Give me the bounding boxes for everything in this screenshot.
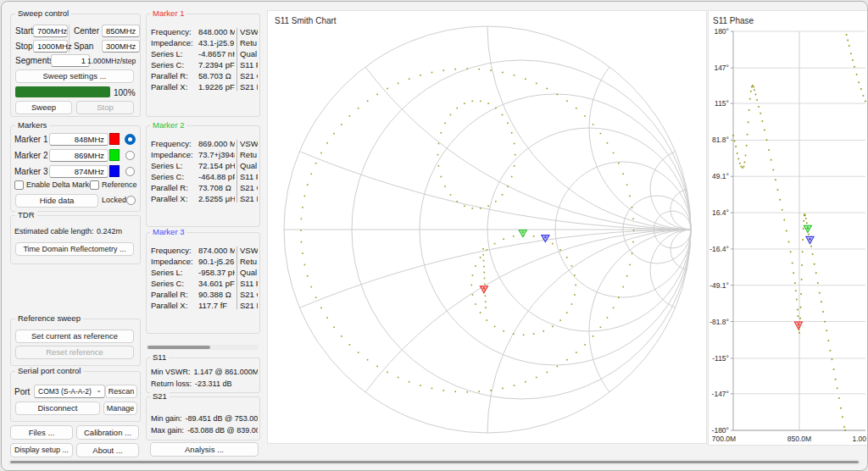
marker3-data-title: Marker 3: [150, 227, 186, 236]
marker1-freq-input[interactable]: 848MHz: [49, 133, 108, 146]
analysis-button[interactable]: Analysis ...: [150, 442, 259, 457]
marker3-select-radio[interactable]: [125, 167, 135, 176]
smith-chart-plot[interactable]: [268, 11, 706, 443]
segments-label: Segments: [15, 56, 53, 65]
progress-percent: 100%: [114, 88, 136, 97]
marker2-color-swatch[interactable]: [109, 149, 120, 161]
s21-min-gain-row: Min gain:-89.451 dB @ 753.000MHz: [151, 414, 258, 423]
markers-title: Markers: [15, 120, 49, 130]
chart-marker-dot: [521, 231, 524, 234]
marker-data-clipped-label: S21 G: [240, 71, 258, 82]
middle-scrollbar-thumb[interactable]: [147, 346, 210, 349]
screenshot-stage: Sweep control Start 700MHz Center 850MHz…: [0, 0, 868, 471]
calibration-button[interactable]: Calibration ...: [76, 425, 139, 440]
sweep-button[interactable]: Sweep: [15, 101, 72, 114]
s11-summary-title: S11: [150, 352, 169, 362]
reset-reference-button[interactable]: Reset reference: [15, 346, 134, 359]
about-button[interactable]: About ...: [76, 443, 139, 457]
hide-data-button[interactable]: Hide data: [15, 194, 98, 208]
s11-min-vswr-row: Min VSWR:1.147 @ 861.000MHz: [151, 368, 258, 376]
locked-radio[interactable]: [126, 196, 136, 205]
marker2-freq-input[interactable]: 869MHz: [49, 149, 108, 162]
marker3-data-divider: [236, 247, 237, 309]
segments-input[interactable]: 1: [51, 54, 90, 67]
reference-label: Reference: [102, 180, 137, 189]
phase-chart-plot[interactable]: 180°147°115°81.8°49.1°16.4°-16.4°-49.1°-…: [709, 11, 867, 445]
port-label: Port: [14, 387, 30, 396]
svg-text:700.0M: 700.0M: [712, 435, 736, 443]
locked-label: Locked: [102, 196, 126, 204]
start-input[interactable]: 700MHz: [33, 25, 68, 37]
marker-data-clipped-label: Retu: [240, 150, 257, 161]
chart-marker-dot: [798, 323, 800, 325]
disconnect-button[interactable]: Disconnect: [15, 402, 100, 415]
step-size-text: 1.000MHz/step: [87, 57, 136, 65]
reference-checkbox[interactable]: [90, 180, 99, 190]
phase-chart-panel[interactable]: S11 Phase 180°147°115°81.8°49.1°16.4°-16…: [708, 10, 868, 446]
marker1-data-divider: [236, 28, 237, 91]
svg-text:-115°: -115°: [712, 354, 729, 363]
marker3-color-swatch[interactable]: [109, 165, 120, 177]
marker-data-clipped-label: S21 P: [240, 194, 258, 205]
marker1-color-swatch[interactable]: [109, 133, 120, 145]
marker-data-clipped-label: S11 P: [240, 279, 258, 290]
sweep-settings-button[interactable]: Sweep settings ...: [15, 69, 134, 83]
port-combo[interactable]: COM3 (S-A-A-2) ⌄: [34, 385, 105, 398]
marker2-data-rows: Frequency:869.000 MHzImpedance:73.7+j394…: [151, 139, 235, 207]
sweep-progress-bar: [15, 86, 110, 97]
reference-sweep-title: Reference sweep: [15, 313, 83, 323]
tdr-group: [10, 215, 141, 264]
marker-data-clipped-label: Retu: [240, 38, 257, 49]
svg-text:1.00: 1.00: [852, 435, 866, 443]
chart-marker-dot: [483, 287, 486, 290]
marker-data-clipped-label: S11 P: [240, 60, 258, 71]
display-setup-button[interactable]: Display setup ...: [10, 443, 73, 457]
middle-scrollbar-track[interactable]: [146, 345, 259, 350]
svg-text:16.4°: 16.4°: [712, 208, 729, 217]
marker1-data-title: Marker 1: [150, 8, 186, 18]
svg-text:49.1°: 49.1°: [712, 172, 729, 180]
svg-text:115°: 115°: [715, 99, 729, 108]
files-button[interactable]: Files ...: [10, 425, 73, 440]
bottom-scrollbar-track[interactable]: [8, 459, 860, 465]
marker2-data-title: Marker 2: [150, 120, 186, 130]
svg-text:850.0M: 850.0M: [787, 435, 811, 443]
tdr-button[interactable]: Time Domain Reflectometry ...: [15, 242, 134, 256]
span-input[interactable]: 300MHz: [102, 40, 140, 53]
rescan-button[interactable]: Rescan: [105, 385, 137, 398]
bottom-scrollbar-thumb[interactable]: [10, 461, 859, 463]
s21-max-gain-row: Max gain:-63.088 dB @ 839.000MHz: [151, 426, 258, 435]
marker-data-clipped-label: S21 P: [240, 82, 258, 93]
marker3-data-right-labels: VSWRetuQualS11 PS21 GS21 P: [240, 246, 258, 313]
marker1-select-radio[interactable]: [125, 134, 136, 145]
enable-delta-checkbox[interactable]: [14, 180, 24, 190]
svg-text:81.8°: 81.8°: [712, 136, 729, 144]
marker-data-clipped-label: S21 G: [240, 290, 258, 301]
stop-input[interactable]: 1000MHz: [33, 40, 68, 53]
cable-length-label: Estimated cable length:: [14, 227, 94, 236]
marker1-label: Marker 1: [14, 135, 47, 144]
port-combo-value: COM3 (S-A-A-2): [38, 387, 92, 396]
marker3-freq-input[interactable]: 874MHz: [49, 165, 108, 178]
cable-length-value: 0.242m: [97, 227, 122, 236]
smith-chart-panel[interactable]: S11 Smith Chart: [267, 10, 707, 444]
sweep-control-title: Sweep control: [15, 8, 71, 18]
chart-marker-dot: [544, 236, 547, 239]
chevron-down-icon: ⌄: [96, 386, 102, 394]
marker-data-clipped-label: VSW: [240, 246, 258, 257]
marker-data-clipped-label: Qual: [240, 161, 257, 172]
marker2-select-radio[interactable]: [125, 151, 135, 160]
marker-data-clipped-label: Retu: [240, 257, 257, 268]
center-input[interactable]: 850MHz: [102, 25, 140, 37]
marker-data-clipped-label: VSW: [240, 139, 258, 150]
span-label: Span: [74, 42, 93, 51]
chart-marker-dot: [809, 238, 811, 241]
stop-button[interactable]: Stop: [76, 101, 134, 114]
marker-data-clipped-label: VSW: [240, 27, 258, 38]
manage-button[interactable]: Manage: [103, 402, 137, 415]
set-reference-button[interactable]: Set current as reference: [15, 330, 134, 343]
s21-summary-title: S21: [150, 391, 170, 401]
marker1-data-rows: Frequency:848.000 MHzImpedance:43.1-j25.…: [151, 27, 235, 95]
svg-text:180°: 180°: [714, 27, 729, 36]
marker3-label: Marker 3: [14, 167, 47, 176]
